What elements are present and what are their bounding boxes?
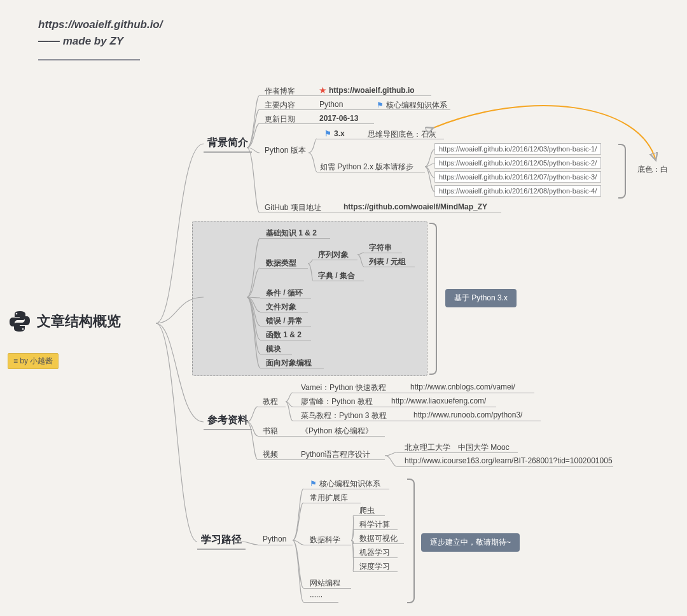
divider bbox=[364, 253, 402, 253]
bg-blog-url[interactable]: ★https://woaielf.github.io bbox=[319, 86, 415, 95]
divider bbox=[364, 267, 415, 267]
path-ds-3: 机器学习 bbox=[359, 547, 390, 558]
root-node: 文章结构概览 bbox=[8, 309, 121, 333]
ref-vid-uni1: 北京理工大学 bbox=[405, 442, 450, 453]
divider bbox=[260, 298, 311, 298]
header-underline bbox=[38, 59, 140, 60]
bg-link-4[interactable]: https://woaielf.github.io/2016/12/08/pyt… bbox=[434, 185, 601, 197]
divider bbox=[353, 529, 398, 530]
bg-ver-3x-text: 3.x bbox=[334, 129, 345, 138]
header-url: https://woaielf.github.io/ bbox=[38, 17, 162, 33]
ref-t1-url[interactable]: http://www.cnblogs.com/vamei/ bbox=[410, 382, 515, 391]
path-ds-2: 数据可视化 bbox=[359, 533, 398, 544]
ref-vid-lbl: 视频 bbox=[263, 449, 278, 460]
divider bbox=[313, 281, 364, 281]
ref-book-val: 《Python 核心编程》 bbox=[301, 426, 373, 437]
divider bbox=[313, 260, 357, 260]
brace-icon bbox=[429, 223, 437, 375]
flag-icon: ⚑ bbox=[377, 101, 384, 109]
bg-ver-lbl: Python 版本 bbox=[265, 145, 306, 156]
divider bbox=[260, 312, 308, 312]
section-path: 学习路径 bbox=[197, 533, 246, 550]
divider bbox=[260, 123, 374, 124]
mind-list: 列表 / 元组 bbox=[369, 256, 406, 267]
mindmap-box bbox=[192, 221, 427, 376]
divider bbox=[260, 326, 311, 326]
ref-tut-lbl: 教程 bbox=[263, 396, 278, 407]
bg-date-val: 2017-06-13 bbox=[319, 114, 358, 123]
divider bbox=[303, 503, 361, 503]
bg-blog-url-text: https://woaielf.github.io bbox=[329, 86, 415, 95]
divider bbox=[260, 95, 431, 96]
divider bbox=[353, 557, 398, 558]
divider bbox=[260, 109, 450, 110]
ref-t3-url[interactable]: http://www.runoob.com/python3/ bbox=[413, 410, 522, 419]
mind-str: 字符串 bbox=[369, 242, 392, 253]
path-web: 网站编程 bbox=[310, 578, 340, 589]
mind-oop: 面向对象编程 bbox=[266, 358, 312, 368]
path-ds-lbl: 数据科学 bbox=[310, 535, 340, 545]
ref-vid-uni2: 中国大学 Mooc bbox=[458, 442, 510, 453]
path-core: ⚑核心编程知识体系 bbox=[310, 479, 380, 489]
ref-t2-url[interactable]: http://www.liaoxuefeng.com/ bbox=[391, 396, 486, 405]
path-ext: 常用扩展库 bbox=[310, 493, 348, 503]
mind-err: 错误 / 异常 bbox=[266, 316, 303, 326]
ref-book-lbl: 书籍 bbox=[263, 426, 278, 437]
header-made: —— made by ZY bbox=[38, 33, 162, 50]
star-icon: ★ bbox=[319, 86, 326, 95]
divider bbox=[353, 543, 404, 544]
mind-dict: 字典 / 集合 bbox=[318, 270, 355, 281]
bg-link-3[interactable]: https://woaielf.github.io/2016/12/07/pyt… bbox=[434, 171, 601, 183]
ref-t1-name: Vamei：Python 快速教程 bbox=[301, 382, 386, 393]
divider bbox=[260, 368, 324, 368]
bg-github-url[interactable]: https://github.com/woaielf/MindMap_ZY bbox=[344, 202, 487, 211]
ref-t3-name: 菜鸟教程：Python 3 教程 bbox=[301, 410, 387, 421]
bg-link-2[interactable]: https://woaielf.github.io/2016/12/05/pyt… bbox=[434, 157, 601, 169]
divider bbox=[317, 139, 444, 139]
bg-bgcolor-white: 底色：白 bbox=[637, 164, 668, 175]
bg-ver-3x: ⚑3.x bbox=[324, 129, 345, 138]
ref-vid-url[interactable]: http://www.icourse163.org/learn/BIT-2680… bbox=[405, 456, 613, 465]
divider bbox=[293, 407, 496, 407]
author-tag: ≡ by 小越酱 bbox=[8, 353, 59, 369]
divider bbox=[258, 545, 293, 545]
root-title: 文章结构概览 bbox=[37, 312, 121, 331]
divider bbox=[258, 407, 286, 407]
divider bbox=[260, 268, 308, 269]
mind-cond: 条件 / 循环 bbox=[266, 288, 303, 298]
mind-basic: 基础知识 1 & 2 bbox=[266, 228, 317, 239]
flag-icon: ⚑ bbox=[310, 479, 317, 488]
divider bbox=[260, 340, 311, 340]
divider bbox=[293, 421, 541, 421]
page-header: https://woaielf.github.io/ —— made by ZY bbox=[38, 17, 162, 66]
divider bbox=[303, 602, 338, 603]
mind-func: 函数 1 & 2 bbox=[266, 330, 302, 340]
divider bbox=[397, 466, 613, 467]
section-reference: 参考资料 bbox=[204, 414, 252, 430]
flag-icon: ⚑ bbox=[324, 129, 331, 138]
bg-link-1[interactable]: https://woaielf.github.io/2016/12/03/pyt… bbox=[434, 143, 601, 155]
mind-seq: 序列对象 bbox=[318, 249, 349, 260]
bg-ver-2x-note: 如需 Python 2.x 版本请移步 bbox=[320, 162, 413, 172]
divider bbox=[353, 571, 398, 572]
divider bbox=[303, 588, 351, 589]
divider bbox=[397, 452, 518, 453]
bg-github-lbl: GitHub 项目地址 bbox=[265, 202, 321, 213]
path-py: Python bbox=[263, 535, 286, 543]
ref-t2-name: 廖雪峰：Python 教程 bbox=[301, 396, 373, 407]
divider bbox=[353, 515, 385, 516]
divider bbox=[303, 545, 351, 545]
path-pill: 逐步建立中，敬请期待~ bbox=[421, 533, 520, 552]
divider bbox=[293, 393, 534, 393]
mind-file: 文件对象 bbox=[266, 302, 296, 312]
section-background: 背景简介 bbox=[204, 136, 252, 153]
ref-vid-val: Python语言程序设计 bbox=[301, 449, 370, 460]
divider bbox=[260, 238, 330, 239]
divider bbox=[258, 436, 385, 437]
path-ds-1: 科学计算 bbox=[359, 519, 390, 530]
svg-point-1 bbox=[22, 328, 24, 330]
divider bbox=[258, 459, 385, 460]
mind-pill: 基于 Python 3.x bbox=[445, 289, 517, 307]
path-ds-4: 深度学习 bbox=[359, 561, 390, 572]
path-more: ······ bbox=[310, 592, 323, 601]
